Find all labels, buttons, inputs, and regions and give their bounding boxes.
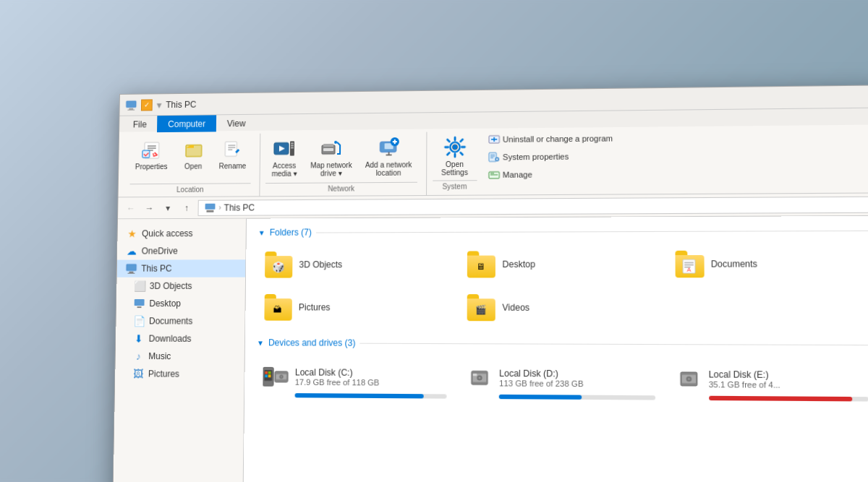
tab-computer[interactable]: Computer (157, 115, 216, 132)
folders-section-title: Folders (7) (270, 227, 312, 237)
properties-icon (140, 138, 163, 161)
folder-item-desktop[interactable]: 🖥 Desktop (460, 246, 662, 283)
address-bar: ← → ▾ ↑ › This PC (118, 193, 868, 219)
tab-view[interactable]: View (216, 115, 257, 132)
sys-props-label: System properties (503, 152, 569, 161)
svg-rect-29 (206, 210, 213, 212)
svg-rect-34 (137, 306, 142, 308)
drive-c-bar-fill (295, 393, 425, 398)
svg-rect-0 (126, 100, 136, 107)
drives-chevron[interactable]: ▼ (257, 339, 264, 347)
svg-rect-42 (268, 375, 271, 378)
open-button[interactable]: Open (175, 134, 211, 173)
cloud-icon: ☁ (126, 245, 137, 257)
computer-icon (126, 263, 137, 275)
sidebar-item-documents[interactable]: 📄 Documents (116, 312, 244, 330)
sys-props-icon (488, 151, 499, 163)
svg-rect-31 (129, 272, 133, 273)
access-media-label: Accessmedia ▾ (271, 162, 297, 178)
titlebar-pc-icon (125, 99, 137, 111)
folder-icon-3d-objects: 🎲 (264, 251, 293, 278)
drive-c-name: Local Disk (C:) (295, 367, 447, 379)
ribbon: Properties Open (119, 124, 868, 197)
drive-d-name: Local Disk (D:) (499, 369, 655, 380)
drive-d-bar-track (499, 395, 655, 400)
add-network-label: Add a networklocation (365, 160, 412, 177)
open-settings-button[interactable]: OpenSettings (433, 132, 477, 181)
svg-point-50 (479, 376, 481, 379)
map-drive-label: Map networkdrive ▾ (310, 161, 352, 178)
sidebar-item-onedrive[interactable]: ☁ OneDrive (117, 242, 246, 260)
svg-text:A: A (686, 267, 691, 273)
svg-rect-30 (127, 264, 137, 271)
manage-button[interactable]: Manage (482, 165, 618, 183)
music-icon: ♪ (132, 350, 144, 362)
svg-rect-16 (323, 148, 333, 151)
drive-item-c[interactable]: Local Disk (C:) 17.9 GB free of 118 GB (256, 357, 454, 405)
open-settings-label: OpenSettings (441, 160, 468, 177)
sidebar-item-this-pc[interactable]: This PC (117, 259, 246, 277)
tab-file[interactable]: File (122, 116, 158, 132)
sidebar-item-music[interactable]: ♪ Music (116, 348, 244, 366)
drive-icon-d (467, 364, 493, 392)
system-group-label: System (433, 180, 477, 191)
map-drive-button[interactable]: Map networkdrive ▾ (305, 132, 357, 181)
window-title: This PC (166, 99, 196, 109)
drive-c-bar-track (295, 393, 447, 399)
sidebar-item-quick-access[interactable]: ★ Quick access (117, 225, 245, 243)
folder-icon-videos: 🎬 (467, 294, 496, 321)
drive-icon-c (263, 363, 289, 390)
properties-label: Properties (135, 163, 168, 171)
access-media-button[interactable]: Accessmedia ▾ (266, 133, 303, 181)
svg-point-17 (334, 141, 337, 144)
folders-divider (316, 230, 868, 233)
up-button[interactable]: ↑ (179, 200, 194, 215)
ribbon-group-system: OpenSettings System Uninstall or ch (427, 130, 627, 195)
svg-rect-41 (265, 375, 268, 378)
ribbon-group-network: Accessmedia ▾ Map network (260, 132, 427, 197)
drive-d-free: 113 GB free of 238 GB (499, 379, 655, 389)
recent-button[interactable]: ▾ (161, 200, 175, 215)
drive-icon-e (675, 365, 702, 392)
folder-item-3d-objects[interactable]: 🎲 3D Objects (258, 246, 454, 283)
open-label: Open (184, 163, 202, 171)
sidebar-item-3d-objects[interactable]: ⬜ 3D Objects (116, 277, 245, 295)
folder-name-documents: Documents (711, 259, 757, 270)
folder-item-pictures[interactable]: 🏔 Pictures (257, 289, 454, 327)
drive-item-d[interactable]: Local Disk (D:) 113 GB free of 238 GB (459, 358, 662, 407)
sidebar-item-downloads[interactable]: ⬇ Downloads (116, 330, 244, 348)
svg-rect-1 (129, 108, 133, 109)
svg-rect-40 (268, 371, 271, 374)
gear-icon (443, 135, 467, 159)
drive-d-bar-fill (499, 395, 582, 400)
pictures-icon: 🖼 (132, 368, 144, 379)
folder-icon-desktop: 🖥 (467, 251, 496, 277)
forward-button[interactable]: → (142, 201, 157, 215)
map-drive-icon (320, 137, 343, 160)
rename-label: Rename (219, 162, 247, 170)
folders-chevron[interactable]: ▼ (258, 228, 265, 236)
svg-rect-15 (323, 144, 333, 147)
back-button[interactable]: ← (124, 201, 138, 215)
properties-button[interactable]: Properties (130, 134, 173, 174)
folder-item-documents[interactable]: A Documents (668, 245, 868, 283)
svg-rect-13 (291, 147, 294, 148)
uninstall-button[interactable]: Uninstall or change a program (482, 130, 618, 147)
star-icon: ★ (126, 228, 137, 239)
sys-props-button[interactable]: System properties (482, 148, 618, 165)
downloads-icon: ⬇ (133, 332, 145, 344)
svg-rect-12 (291, 145, 294, 146)
address-path[interactable]: › This PC (198, 196, 868, 215)
svg-rect-39 (265, 371, 268, 374)
rename-button[interactable]: Rename (214, 134, 252, 174)
folder-name-videos: Videos (502, 302, 529, 313)
add-network-button[interactable]: Add a networklocation (360, 132, 417, 181)
drive-item-e[interactable]: Local Disk (E:) 35.1 GB free of 4... (668, 358, 868, 408)
sidebar-item-pictures[interactable]: 🖼 Pictures (115, 365, 244, 383)
sidebar-item-desktop[interactable]: Desktop (116, 295, 245, 312)
system-small-buttons: Uninstall or change a program System pro… (482, 130, 618, 183)
folder-item-videos[interactable]: 🎬 Videos (460, 289, 662, 327)
docs-icon: 📄 (133, 315, 145, 327)
svg-rect-51 (473, 374, 477, 376)
drive-e-name: Local Disk (E:) (709, 369, 868, 381)
